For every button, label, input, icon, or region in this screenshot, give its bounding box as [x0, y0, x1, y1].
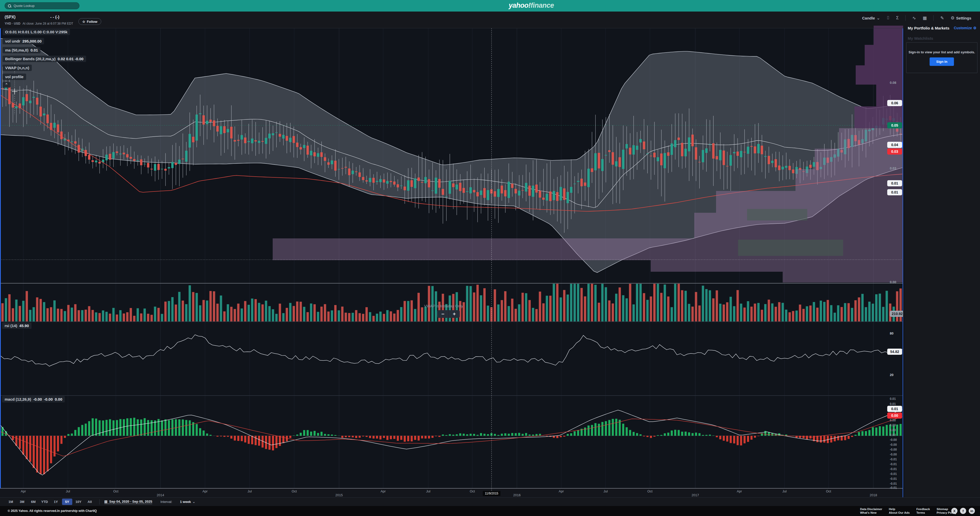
macd-axis-badge: 0.01: [887, 406, 902, 412]
zoom-in-button[interactable]: +: [449, 310, 460, 318]
price-axis-tick: 0.00: [890, 280, 896, 284]
x-axis-month-label: Jul: [66, 489, 70, 493]
x-axis-year-label: 2014: [157, 493, 164, 497]
footer-link[interactable]: Feedback: [916, 507, 930, 511]
bollinger-legend[interactable]: Bollinger Bands (20,2,ma,y)0.02 0.01 -0.…: [3, 56, 86, 62]
price-axis-badge: 0.04: [887, 142, 902, 148]
facebook-social-icon[interactable]: f: [960, 508, 966, 514]
volume-axis-badge: 210.92: [890, 311, 903, 317]
rsi-legend[interactable]: rsi (14)45.90: [2, 322, 32, 329]
draw-icon[interactable]: ✎: [940, 15, 944, 21]
rsi-axis-badge: 54.82: [887, 349, 902, 355]
copyright-text: © 2025 Yahoo. All rights reserved.In par…: [8, 509, 97, 513]
price-axis-tick: 0.08: [890, 81, 896, 84]
range-button-1m[interactable]: 1M: [6, 498, 16, 505]
macd-axis-tick: -0.00: [890, 438, 897, 442]
gear-icon: ⚙: [951, 15, 955, 21]
toolbar-divider: [905, 15, 906, 21]
range-button-5y[interactable]: 5Y: [62, 498, 72, 505]
rsi-axis-tick: 20: [890, 373, 893, 377]
macd-axis-tick: 0.00: [890, 428, 896, 432]
candlestick-chart: [0, 0, 903, 497]
zoom-controls: − +: [437, 310, 460, 318]
date-range-picker[interactable]: ▤ Sep 04, 2020 - Sep 05, 2025: [104, 500, 152, 504]
events-icon[interactable]: ∿: [912, 15, 916, 21]
zoom-out-button[interactable]: −: [437, 310, 449, 318]
collapse-legend-button[interactable]: ⌃: [3, 82, 11, 88]
footer-link[interactable]: What's New: [860, 511, 882, 514]
my-watchlists-label: My Watchlists: [908, 36, 933, 40]
macd-axis-tick: -0.01: [890, 482, 897, 486]
macd-axis-tick: -0.01: [890, 467, 897, 471]
macd-axis-tick: -0.00: [890, 448, 897, 451]
yahoo-finance-chart-page: yahoo!finance (SPX) - - (-) YHD · USD At…: [0, 0, 980, 516]
x-axis-month-label: Apr: [380, 489, 386, 493]
x-axis-year-label: 2015: [336, 493, 343, 497]
price-axis-badge: 0.05: [887, 122, 902, 128]
footer-link-column: HelpAbout Our Ads: [889, 507, 910, 514]
macd-axis-tick: 0.00: [890, 433, 896, 437]
x-axis-month-label: Jul: [426, 489, 431, 493]
x-axis-month-label: Oct: [648, 489, 652, 493]
price-axis-badge: 0.01: [887, 180, 902, 186]
x-axis-year-label: 2016: [513, 493, 521, 497]
footer-link[interactable]: Data Disclaimer: [860, 507, 882, 511]
vol-undr-legend[interactable]: vol undr295,000.00: [3, 38, 44, 45]
rsi-axis-tick: 80: [890, 331, 893, 335]
price-axis-badge: 0.01: [887, 189, 902, 195]
range-button-1y[interactable]: 1Y: [51, 498, 61, 505]
range-toolbar: 1M3M6MYTD1Y5Y10YAll ▤ Sep 04, 2020 - Sep…: [0, 497, 980, 506]
chart-canvas[interactable]: 0.080.030.000.060.050.04›0.030.010.01210…: [0, 0, 903, 497]
vol-profile-legend[interactable]: vol profile: [3, 73, 26, 80]
footer-link[interactable]: Terms: [916, 511, 930, 514]
range-button-ytd[interactable]: YTD: [40, 498, 50, 505]
range-buttons: 1M3M6MYTD1Y5Y10YAll: [6, 498, 95, 505]
current-price-arrow: ›: [902, 142, 903, 148]
portfolio-sidebar: My Portfolio & Markets Customize⚙ My Wat…: [905, 24, 980, 497]
interval-dropdown[interactable]: 1 week⌄: [180, 500, 195, 504]
x-axis-month-label: Oct: [292, 489, 297, 493]
price-axis-badge: 0.03: [887, 148, 902, 154]
x-axis-month-label: Oct: [826, 489, 831, 493]
range-button-10y[interactable]: 10Y: [73, 498, 84, 505]
footer-link-column: Data DisclaimerWhat's New: [860, 507, 882, 514]
vwap-legend[interactable]: VWAP (n,n,n): [3, 65, 32, 71]
calendar-icon: ▤: [104, 500, 107, 503]
macd-axis-tick: -0.01: [890, 477, 897, 481]
macd-axis-tick: -0.01: [890, 457, 897, 461]
vwap-intraday-notice: VWAP is Intraday Only: [424, 304, 463, 308]
footer-link[interactable]: Help: [889, 507, 910, 511]
macd-axis-tick: 0.00: [890, 424, 896, 427]
range-divider: [99, 499, 100, 505]
macd-axis-tick: -0.00: [890, 443, 897, 446]
footer-link[interactable]: About Our Ads: [889, 511, 910, 514]
customize-link[interactable]: Customize⚙: [954, 26, 977, 30]
x-axis-month-label: Oct: [113, 489, 118, 493]
macd-legend[interactable]: macd (12,26,9)-0.00-0.000.00: [2, 396, 65, 403]
toolbar-divider: [933, 15, 934, 21]
calendar-icon[interactable]: ▦: [923, 15, 927, 21]
footer-link-column: FeedbackTerms: [916, 507, 930, 514]
range-button-all[interactable]: All: [84, 498, 95, 505]
macd-axis-tick: -0.00: [890, 453, 897, 456]
x-axis-month-label: Apr: [559, 489, 564, 493]
sign-in-button[interactable]: Sign In: [929, 57, 954, 66]
sidebar-title: My Portfolio & Markets: [908, 26, 950, 30]
linkedin-social-icon[interactable]: in: [969, 508, 975, 514]
footer-links: Data DisclaimerWhat's NewHelpAbout Our A…: [860, 507, 957, 514]
macd-axis-tick: 0.01: [890, 397, 896, 401]
ma-legend[interactable]: ma (50,ma,0)0.01: [3, 47, 40, 53]
range-button-3m[interactable]: 3M: [17, 498, 27, 505]
x-axis-year-label: 2018: [870, 493, 877, 497]
footer-social-icons: Xfin: [951, 508, 975, 514]
macd-axis-tick: -0.01: [890, 472, 897, 476]
x-axis-month-label: Oct: [470, 489, 475, 493]
range-button-6m[interactable]: 6M: [28, 498, 38, 505]
x-social-icon[interactable]: X: [951, 508, 958, 514]
settings-button[interactable]: ⚙Settings: [951, 15, 971, 21]
price-axis-badge: 0.06: [887, 100, 902, 106]
x-axis-month-label: Jul: [783, 489, 787, 493]
macd-axis-tick: 0.00: [890, 419, 896, 422]
x-axis-month-label: Jul: [603, 489, 608, 493]
x-axis-month-label: Jul: [248, 489, 252, 493]
